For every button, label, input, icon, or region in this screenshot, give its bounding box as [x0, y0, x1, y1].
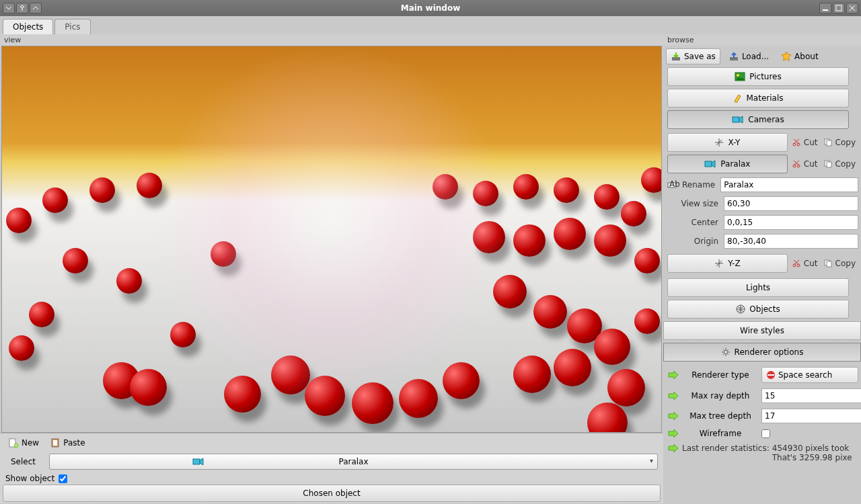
window-menu-icon[interactable] — [3, 3, 15, 13]
window-pin-icon[interactable] — [16, 3, 28, 13]
xy-cut-button[interactable]: Cut — [790, 138, 821, 147]
renderer-type-label: Renderer type — [683, 370, 757, 380]
center-input[interactable] — [724, 215, 858, 230]
scissors-icon — [792, 159, 801, 169]
stats-line1: 454930 pixels took — [772, 444, 858, 453]
lights-button[interactable]: Lights — [667, 278, 849, 297]
svg-rect-13 — [733, 117, 739, 122]
yz-cut-button[interactable]: Cut — [790, 259, 821, 268]
camera-icon — [192, 457, 204, 466]
wire-styles-button[interactable]: Wire styles — [663, 321, 861, 340]
camera-xy-button[interactable]: X-Y — [667, 133, 788, 152]
browse-section-label: browse — [663, 34, 861, 46]
star-icon — [781, 51, 792, 62]
origin-input[interactable] — [724, 234, 858, 249]
load-button[interactable]: Load... — [724, 49, 773, 64]
arrow-right-icon — [667, 411, 679, 421]
new-label: New — [22, 438, 39, 448]
chosen-object-label: Chosen object — [303, 489, 360, 498]
svg-rect-29 — [827, 261, 831, 267]
copy-icon — [823, 259, 833, 268]
viewport-scene — [2, 46, 661, 432]
camera-icon — [732, 115, 744, 124]
rename-label: Rename — [682, 180, 718, 190]
show-object-checkbox[interactable] — [59, 474, 67, 483]
paste-icon — [50, 437, 61, 448]
new-icon — [8, 437, 19, 448]
gear-icon — [721, 347, 731, 357]
axes-icon — [714, 138, 724, 147]
svg-rect-19 — [705, 161, 712, 167]
svg-rect-6 — [193, 459, 200, 464]
window-titlebar: Main window — [0, 0, 861, 16]
show-object-label: Show object — [5, 474, 54, 483]
copy-icon — [823, 159, 833, 169]
camera-yz-button[interactable]: Y-Z — [667, 254, 788, 273]
yz-copy-button[interactable]: Copy — [822, 259, 858, 268]
minimize-icon[interactable] — [819, 3, 831, 13]
object-select-dropdown[interactable]: Paralax ▾ — [49, 454, 658, 470]
wireframe-checkbox[interactable] — [761, 429, 770, 438]
center-label: Center — [667, 218, 721, 227]
about-button[interactable]: About — [777, 49, 822, 64]
svg-text:Abc: Abc — [669, 180, 679, 189]
svg-point-10 — [737, 74, 739, 77]
camera-icon — [704, 159, 716, 169]
pictures-button[interactable]: Pictures — [667, 67, 849, 86]
render-viewport[interactable] — [1, 46, 662, 433]
svg-rect-35 — [768, 374, 774, 376]
objects-button[interactable]: Objects — [667, 300, 849, 319]
view-size-label: View size — [667, 199, 721, 208]
cameras-button[interactable]: Cameras — [667, 110, 849, 129]
max-tree-depth-input[interactable] — [761, 409, 861, 423]
paralax-cut-button[interactable]: Cut — [790, 159, 821, 169]
svg-point-33 — [724, 350, 728, 354]
scissors-icon — [792, 259, 801, 268]
paste-button[interactable]: Paste — [47, 436, 87, 450]
close-icon[interactable] — [846, 3, 858, 13]
tab-objects[interactable]: Objects — [3, 19, 53, 34]
save-as-button[interactable]: Save as — [666, 48, 720, 65]
camera-paralax-button[interactable]: Paralax — [667, 155, 788, 173]
window-shade-icon[interactable] — [30, 3, 42, 13]
arrow-right-icon — [667, 444, 679, 453]
pictures-icon — [735, 72, 745, 81]
copy-icon — [823, 138, 833, 147]
main-tabs: Objects Pics — [0, 16, 861, 34]
rename-input[interactable] — [720, 177, 858, 192]
paralax-copy-button[interactable]: Copy — [822, 159, 858, 169]
materials-icon — [733, 93, 742, 103]
select-label: Select — [5, 457, 41, 466]
chevron-down-icon: ▾ — [650, 457, 653, 464]
view-section-label: view — [0, 34, 663, 46]
renderer-type-select[interactable]: Space search — [761, 367, 858, 383]
paste-label: Paste — [63, 438, 85, 448]
wireframe-label: Wireframe — [683, 429, 757, 438]
origin-label: Origin — [667, 237, 721, 246]
svg-rect-1 — [836, 5, 841, 11]
arrow-right-icon — [667, 429, 679, 438]
axes-icon — [714, 259, 724, 268]
svg-rect-0 — [823, 9, 828, 11]
prohibit-icon — [766, 370, 776, 380]
xy-copy-button[interactable]: Copy — [822, 138, 858, 147]
arrow-right-icon — [667, 370, 679, 380]
arrow-right-icon — [667, 391, 679, 401]
chosen-object-button[interactable]: Chosen object — [3, 485, 661, 502]
new-button[interactable]: New — [5, 436, 42, 450]
svg-rect-23 — [827, 162, 831, 167]
globe-icon — [736, 304, 745, 314]
stats-line2: That's 3259.98 pixe — [772, 453, 858, 462]
stats-label: Last render statistics: — [682, 444, 770, 453]
svg-rect-5 — [53, 440, 57, 446]
tab-pics[interactable]: Pics — [54, 19, 90, 34]
scissors-icon — [792, 138, 801, 147]
renderer-options-button[interactable]: Renderer options — [663, 343, 861, 362]
view-size-input[interactable] — [724, 196, 858, 211]
max-tree-depth-label: Max tree depth — [683, 411, 757, 421]
load-icon — [728, 51, 739, 62]
max-ray-depth-label: Max ray depth — [683, 391, 757, 401]
maximize-icon[interactable] — [833, 3, 845, 13]
max-ray-depth-input[interactable] — [761, 388, 861, 403]
materials-button[interactable]: Materials — [667, 89, 849, 108]
